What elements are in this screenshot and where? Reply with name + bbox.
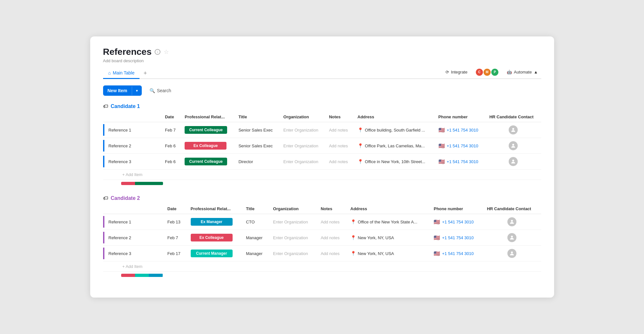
location-icon: 📍 [351, 235, 356, 240]
integrate-button[interactable]: ⟳ Integrate [442, 68, 471, 76]
row-relation[interactable]: Ex Colleague [181, 138, 235, 154]
relation-tag[interactable]: Current Colleague [185, 158, 227, 165]
table-row[interactable]: Reference 1 + Feb 7Current ColleagueSeni… [103, 122, 541, 138]
th-col-4[interactable]: Notes [317, 204, 346, 214]
phone-number: +1 541 754 3010 [442, 251, 474, 256]
relation-tag[interactable]: Ex Manager [191, 218, 233, 226]
table-row[interactable]: Reference 3 + Feb 17Current ManagerManag… [103, 246, 541, 261]
relation-tag[interactable]: Ex Colleague [191, 234, 233, 241]
automate-button[interactable]: 🤖 Automate ▲ [504, 68, 541, 76]
row-hr-contact [483, 214, 541, 230]
row-relation[interactable]: Current Colleague [181, 154, 235, 170]
th-col-5[interactable]: Address [354, 112, 435, 122]
row-organization[interactable]: Enter Organization [269, 246, 317, 261]
table-row[interactable]: Reference 2 + Feb 7Ex ColleagueManagerEn… [103, 230, 541, 246]
bar-segment [149, 274, 163, 277]
flag-icon: 🇺🇸 [434, 251, 440, 257]
row-name-cell: Reference 2 + [105, 138, 161, 154]
phone-number: +1 541 754 3010 [442, 220, 474, 224]
row-notes[interactable]: Add notes [317, 246, 346, 261]
th-col-3[interactable]: Organization [280, 112, 325, 122]
info-icon[interactable]: i [155, 49, 160, 55]
table-row[interactable]: Reference 2 + Feb 6Ex ColleagueSenior Sa… [103, 138, 541, 154]
relation-tag[interactable]: Ex Colleague [185, 142, 226, 150]
row-notes[interactable]: Add notes [317, 214, 346, 230]
main-card: References i ☆ Add board description ⌂ M… [90, 36, 554, 298]
row-organization[interactable]: Enter Organization [280, 122, 325, 138]
row-address: 📍 Office of the New York State A... [347, 214, 430, 230]
th-col-7[interactable]: HR Candidate Contact [483, 204, 541, 214]
row-notes[interactable]: Add notes [325, 122, 353, 138]
row-organization[interactable]: Enter Organization [280, 154, 325, 170]
th-col-7[interactable]: HR Candidate Contact [485, 112, 541, 122]
svg-point-2 [512, 160, 514, 162]
row-organization[interactable]: Enter Organization [280, 138, 325, 154]
avatar-icon [509, 141, 518, 150]
row-relation[interactable]: Current Manager [187, 246, 242, 261]
th-col-2[interactable]: Title [235, 112, 279, 122]
row-relation[interactable]: Ex Manager [187, 214, 242, 230]
th-name-candidate1 [103, 112, 161, 122]
th-col-4[interactable]: Notes [325, 112, 353, 122]
table-candidate1: DateProfessional Relat...TitleOrganizati… [103, 112, 541, 180]
address-text: Office in New York, 10th Street... [365, 159, 426, 164]
row-address: 📍 Office in New York, 10th Street... [354, 154, 435, 170]
row-hr-contact [485, 138, 541, 154]
new-item-caret[interactable]: ▼ [132, 86, 142, 95]
row-notes[interactable]: Add notes [317, 230, 346, 246]
add-item-row[interactable]: + Add Item [103, 170, 541, 180]
avatar-green: P [491, 69, 498, 76]
row-notes[interactable]: Add notes [325, 138, 353, 154]
row-organization[interactable]: Enter Organization [269, 214, 317, 230]
th-col-5[interactable]: Address [347, 204, 430, 214]
row-date: Feb 7 [164, 230, 187, 246]
row-date: Feb 6 [161, 138, 181, 154]
table-row[interactable]: Reference 3 + Feb 6Current ColleagueDire… [103, 154, 541, 170]
add-item-row[interactable]: + Add Item [103, 261, 541, 272]
th-name-candidate2 [103, 204, 164, 214]
section-title-candidate2[interactable]: Candidate 2 [111, 195, 140, 201]
row-phone: 🇺🇸 +1 541 754 3010 [435, 154, 485, 170]
th-col-6[interactable]: Phone number [435, 112, 485, 122]
row-relation[interactable]: Ex Colleague [187, 230, 242, 246]
board-description[interactable]: Add board description [103, 58, 541, 63]
th-col-1[interactable]: Professional Relat... [187, 204, 242, 214]
search-button[interactable]: 🔍 Search [146, 86, 175, 95]
th-col-3[interactable]: Organization [269, 204, 317, 214]
section-title-candidate1[interactable]: Candidate 1 [111, 103, 140, 109]
row-name-text: Reference 1 [109, 128, 131, 133]
relation-tag[interactable]: Current Manager [191, 250, 233, 257]
th-col-2[interactable]: Title [242, 204, 269, 214]
row-title: CTO [242, 214, 269, 230]
row-address: 📍 Office Park, Las Camelias, Ma... [354, 138, 435, 154]
bar-segment [121, 182, 135, 185]
new-item-button[interactable]: New Item ▼ [103, 85, 142, 96]
tab-add-button[interactable]: + [141, 69, 149, 78]
table-wrap-candidate2: DateProfessional Relat...TitleOrganizati… [103, 204, 541, 272]
tab-main-table[interactable]: ⌂ Main Table [103, 68, 140, 79]
bar-summary-candidate1 [121, 182, 163, 185]
th-col-0[interactable]: Date [161, 112, 181, 122]
row-date: Feb 17 [164, 246, 187, 261]
table-row[interactable]: Reference 1 + Feb 13Ex ManagerCTOEnter O… [103, 214, 541, 230]
row-date: Feb 7 [161, 122, 181, 138]
avatar-icon [507, 233, 516, 242]
row-relation[interactable]: Current Colleague [181, 122, 235, 138]
row-organization[interactable]: Enter Organization [269, 230, 317, 246]
row-name-text: Reference 3 [109, 251, 131, 256]
svg-point-0 [512, 128, 514, 130]
add-item-label[interactable]: + Add Item [103, 170, 541, 180]
th-col-1[interactable]: Professional Relat... [181, 112, 235, 122]
row-date: Feb 6 [161, 154, 181, 170]
th-col-6[interactable]: Phone number [430, 204, 483, 214]
add-item-label[interactable]: + Add Item [103, 261, 541, 272]
bar-segment [135, 182, 163, 185]
phone-number: +1 541 754 3010 [447, 128, 478, 133]
th-col-0[interactable]: Date [164, 204, 187, 214]
favorite-icon[interactable]: ☆ [164, 48, 169, 55]
relation-tag[interactable]: Current Colleague [185, 126, 227, 134]
address-text: Office building, South Garfield ... [365, 128, 425, 133]
row-notes[interactable]: Add notes [325, 154, 353, 170]
flag-icon: 🇺🇸 [438, 159, 445, 165]
avatar-orange: M [484, 69, 491, 76]
